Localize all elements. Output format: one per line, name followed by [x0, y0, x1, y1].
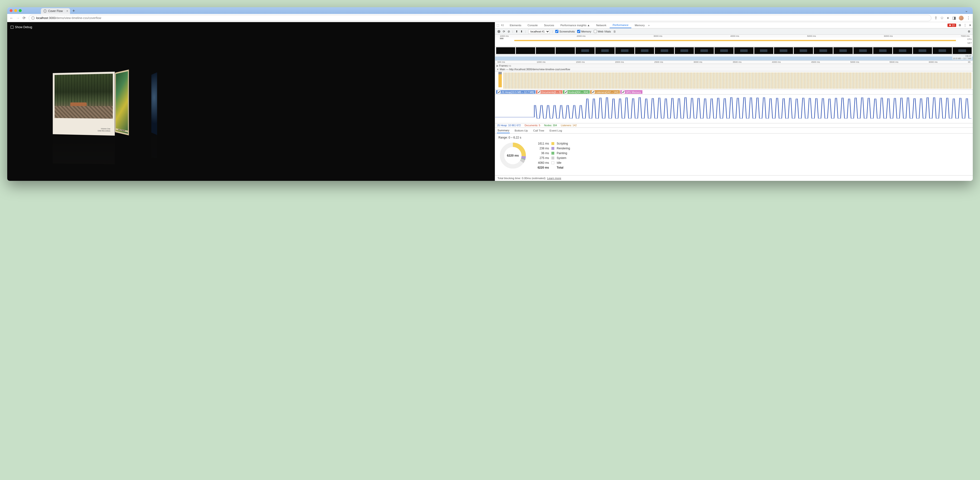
frames-track[interactable]: ▶Frames ns [495, 64, 973, 68]
tab-summary[interactable]: Summary [497, 128, 510, 133]
new-tab-button[interactable]: + [73, 8, 75, 13]
chip-documents[interactable]: Documents[5 – 5] [536, 90, 563, 94]
minimize-window-button[interactable] [14, 9, 17, 12]
settings-icon[interactable]: ⚙ [959, 24, 961, 27]
tab-bottom-up[interactable]: Bottom-Up [514, 128, 528, 133]
gear-icon[interactable]: ⚙ [968, 30, 970, 33]
memory-chips: JS Heap[10.5 MB – 12.7 MB] Documents[5 –… [495, 90, 973, 95]
devtools-tabs: ⬚ ⫾⫿ Elements Console Sources Performanc… [495, 22, 973, 29]
download-icon[interactable]: ⬇ [520, 30, 523, 33]
toolbar-icons: ⇧ ☆ ✦ ◨ ⋮ [934, 16, 970, 21]
track-headers: ▶Frames ns ▼Main — http://localhost:3000… [495, 64, 973, 71]
maximize-window-button[interactable] [19, 9, 22, 12]
browser-tab[interactable]: Cover Flow × [41, 8, 70, 14]
traffic-lights [10, 9, 22, 12]
address-bar[interactable]: i localhost:3000/demo/view-timeline-css/… [29, 15, 931, 21]
screenshots-checkbox[interactable]: Screenshots [555, 30, 575, 33]
summary-tabs: Summary Bottom-Up Call Tree Event Log [495, 128, 973, 133]
back-button[interactable]: ← [10, 16, 13, 20]
tab-sources[interactable]: Sources [541, 22, 557, 28]
browser-toolbar: ← → ⟳ i localhost:3000/demo/view-timelin… [7, 14, 973, 22]
close-devtools-button[interactable]: ✕ [969, 24, 971, 27]
devtools-panel: ⬚ ⫾⫿ Elements Console Sources Performanc… [495, 22, 973, 181]
performance-toolbar: ⟳ ⊘ | ⬆ ⬇ | localhost #1 | Screenshots M… [495, 29, 973, 35]
upload-icon[interactable]: ⬆ [515, 30, 518, 33]
profile-avatar[interactable] [959, 16, 964, 21]
profile-select[interactable]: localhost #1 [528, 29, 550, 34]
tab-console[interactable]: Console [525, 22, 541, 28]
show-debug-checkbox[interactable]: Show Debug [11, 25, 492, 29]
menu-icon[interactable]: ⋮ [967, 16, 970, 20]
tab-performance[interactable]: Performance [610, 22, 632, 28]
memory-chart[interactable] [495, 95, 973, 124]
learn-more-link[interactable]: Learn more [547, 177, 561, 180]
main-track[interactable]: ▼Main — http://localhost:3000/demo/view-… [495, 68, 973, 71]
range-label: Range: 0 – 6.22 s [498, 136, 969, 139]
summary-legend: 1611 msScripting238 msRendering36 msPain… [535, 142, 570, 169]
site-info-icon[interactable]: i [31, 16, 35, 20]
overview-panel[interactable]: 1000 ms2000 ms3000 ms4000 ms5000 ms6000 … [495, 35, 973, 47]
flame-chart[interactable] [495, 71, 973, 90]
album-cover-front[interactable]: Volume One DAB RECORDS [53, 72, 115, 136]
heap-overview-label: HEAP 10.5 MB – 12.7 MB [952, 55, 972, 60]
webvitals-checkbox[interactable]: Web Vitals [594, 30, 611, 33]
cpu-band [495, 38, 966, 41]
heap-overview[interactable]: HEAP 10.5 MB – 12.7 MB [495, 55, 973, 60]
chip-js-heap[interactable]: JS Heap[10.5 MB – 12.7 MB] [496, 90, 536, 94]
stat-documents: Documents: 5 [525, 124, 540, 127]
reload-button[interactable]: ⟳ [22, 16, 26, 20]
overview-lane-labels: CPU NET [967, 38, 972, 44]
more-icon[interactable]: ⋮ [964, 24, 967, 27]
overview-ruler: 1000 ms2000 ms3000 ms4000 ms5000 ms6000 … [495, 35, 973, 38]
panel-icon[interactable]: ◨ [952, 16, 956, 20]
album-cover-3[interactable] [151, 72, 157, 135]
error-badge[interactable]: ✖ 22 [948, 24, 956, 27]
devtools-footer: Total blocking time: 0.00ms (estimated) … [495, 175, 973, 181]
album-2-side-text: OR & 4 THEORY [116, 128, 128, 132]
reflection-3 [151, 133, 157, 158]
chip-nodes[interactable]: Nodes[304 – 304] [563, 90, 590, 94]
detail-ruler[interactable]: 500 ms1000 ms1500 ms2000 ms2500 ms3000 m… [495, 60, 973, 64]
bookmark-icon[interactable]: ☆ [940, 16, 943, 20]
extensions-icon[interactable]: ✦ [947, 16, 950, 20]
browser-window: Cover Flow × + ⌄ ← → ⟳ i localhost:3000/… [7, 7, 973, 181]
url-path: /demo/view-timeline-css/coverflow [56, 16, 101, 20]
memory-stats: JS Heap: 10 861 672 Documents: 5 Nodes: … [495, 124, 973, 128]
tab-event-log[interactable]: Event Log [549, 128, 563, 133]
album-cover-2[interactable]: OR & 4 THEORY [115, 70, 129, 135]
chevron-down-icon[interactable]: ⌄ [965, 8, 968, 13]
share-icon[interactable]: ⇧ [934, 16, 937, 20]
chip-gpu-memory[interactable]: GPU Memory [620, 90, 643, 94]
stat-listeners: Listeners: 142 [561, 124, 577, 127]
reload-record-button[interactable]: ⟳ [503, 30, 505, 33]
screenshot-filmstrip[interactable] [495, 47, 973, 55]
inspect-element-icon[interactable]: ⬚ [496, 24, 499, 27]
show-debug-label: Show Debug [15, 25, 32, 29]
tab-call-tree[interactable]: Call Tree [533, 128, 545, 133]
page-viewport: Show Debug Volume One DAB RECORDS OR & 4… [7, 22, 495, 181]
device-mode-icon[interactable]: ⫾⫿ [501, 24, 504, 27]
stat-js-heap: JS Heap: 10 861 672 [497, 124, 521, 127]
checkbox-icon [11, 26, 13, 29]
blocking-time-label: Total blocking time: 0.00ms (estimated) [498, 177, 546, 180]
tab-elements[interactable]: Elements [507, 22, 524, 28]
url-host: localhost [36, 16, 48, 20]
url-port: :3000 [48, 16, 56, 20]
chip-listeners[interactable]: Listeners[142 – 142] [590, 90, 620, 94]
forward-button[interactable]: → [16, 16, 20, 20]
clear-button[interactable]: ⊘ [508, 30, 510, 33]
record-button[interactable] [498, 30, 500, 33]
more-tabs-icon[interactable]: » [648, 24, 650, 27]
donut-center-label: 6220 ms [498, 141, 527, 170]
globe-icon [43, 10, 47, 13]
tab-performance-insights[interactable]: Performance insights ▲ [557, 22, 593, 28]
memory-checkbox[interactable]: Memory [577, 30, 591, 33]
coverflow-viewport[interactable]: Volume One DAB RECORDS OR & 4 THEORY [11, 53, 492, 156]
close-window-button[interactable] [10, 9, 13, 12]
tab-network[interactable]: Network [593, 22, 609, 28]
close-tab-button[interactable]: × [67, 10, 68, 13]
tab-memory[interactable]: Memory [632, 22, 648, 28]
stat-nodes: Nodes: 304 [544, 124, 557, 127]
trash-icon[interactable]: 🗑 [613, 30, 616, 33]
album-art [55, 74, 113, 119]
